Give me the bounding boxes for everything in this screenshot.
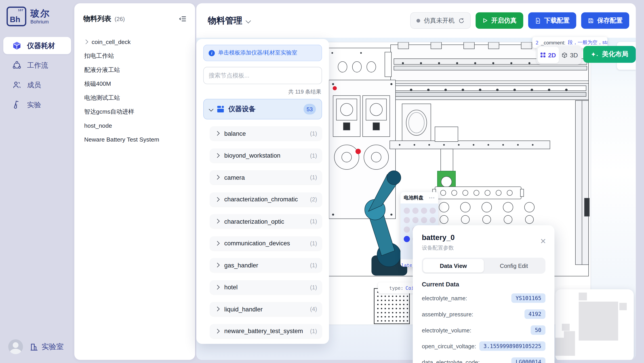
grid-2d-icon <box>541 52 546 57</box>
user-avatar[interactable] <box>8 339 23 354</box>
chevron-right-icon <box>215 263 220 268</box>
sidebar: 107 Bh 玻尔 Bohrium 仪器耗材 <box>0 0 74 363</box>
chevron-down-icon <box>209 107 214 112</box>
tray-slot[interactable] <box>404 217 410 223</box>
template-panel: i 单击模板添加仪器/耗材至实验室 共 119 条结果 仪器设备 53 bala… <box>196 39 329 344</box>
chevron-right-icon <box>215 197 220 202</box>
toggle-3d[interactable]: 3D <box>559 47 580 63</box>
tray-slot-selected[interactable] <box>404 236 410 242</box>
value-chip: 3.1559998989105225 <box>479 341 546 351</box>
tray-slot[interactable] <box>430 217 436 223</box>
cube-icon <box>12 41 21 50</box>
tab-data-view[interactable]: Data View <box>423 259 484 273</box>
download-config-button[interactable]: 下载配置 <box>528 12 576 29</box>
tray-slot[interactable] <box>412 217 418 223</box>
battery-config-popup: battery_0 设备配置参数 ✕ Data View Config Edit… <box>413 225 554 363</box>
list-item[interactable]: 智达gcms自动进样 <box>74 105 195 119</box>
value-chip: LG000014 <box>512 358 546 363</box>
value-chip: 50 <box>531 326 546 335</box>
data-row: electrolyte_name:YS101165 <box>422 290 546 306</box>
template-item[interactable]: balance(1) <box>210 126 322 140</box>
tray-slot[interactable] <box>430 208 436 214</box>
popup-title: battery_0 <box>422 234 546 242</box>
list-item[interactable]: 配液分液工站 <box>74 63 195 77</box>
list-item[interactable]: 扣电工作站 <box>74 49 195 63</box>
popup-subtitle: 设备配置参数 <box>422 244 546 252</box>
app-root: 107 Bh 玻尔 Bohrium 仪器耗材 <box>0 0 644 363</box>
template-item[interactable]: liquid_handler(4) <box>210 302 322 316</box>
simulation-status: 仿真未开机 <box>410 12 470 29</box>
status-dot <box>416 19 420 22</box>
category-count-badge: 53 <box>304 104 316 114</box>
template-search-input[interactable] <box>203 67 322 84</box>
sidebar-item-members[interactable]: 成员 <box>3 76 71 93</box>
play-icon <box>482 18 488 23</box>
materials-count: (26) <box>115 15 179 22</box>
collapse-list-icon[interactable] <box>179 14 187 23</box>
materials-list: coin_cell_deck 扣电工作站 配液分液工站 核磁400M 电池测试工… <box>74 35 195 146</box>
sidebar-nav: 仪器耗材 工作流 成员 实验 <box>3 37 71 113</box>
brand-name-en: Bohrium <box>30 19 50 24</box>
tray-slot[interactable] <box>421 217 427 223</box>
bohrium-logo-icon: 107 Bh <box>6 6 26 26</box>
view-mode-toggle: 2D 3D <box>536 45 582 64</box>
chevron-right-icon <box>215 307 220 312</box>
chevron-right-icon <box>215 241 220 246</box>
save-config-button[interactable]: 保存配置 <box>581 12 629 29</box>
download-file-icon <box>535 17 541 24</box>
tray-slot[interactable] <box>421 208 427 214</box>
start-simulation-button[interactable]: 开启仿真 <box>476 12 523 29</box>
data-rows: electrolyte_name:YS101165 assembly_press… <box>422 290 546 363</box>
info-icon: i <box>209 50 215 56</box>
chevron-right-icon <box>215 131 220 136</box>
chevron-right-icon <box>215 219 220 223</box>
lab-switcher[interactable]: 实验室 <box>30 342 64 352</box>
value-chip: 4192 <box>524 310 546 319</box>
chevron-right-icon <box>215 153 220 158</box>
workspace-header: 物料管理 仿真未开机 开启仿真 <box>196 3 636 38</box>
lab-label: 实验室 <box>42 342 64 352</box>
data-row: open_circuit_voltage:3.1559998989105225 <box>422 338 546 354</box>
status-label: 仿真未开机 <box>424 16 455 24</box>
materials-title: 物料列表 <box>83 14 111 23</box>
list-item[interactable]: 核磁400M <box>74 77 195 91</box>
beautify-layout-button[interactable]: ✦˖ 美化布局 <box>583 46 636 63</box>
template-item[interactable]: neware_battery_test_system(1) <box>210 324 322 338</box>
tray-slot[interactable] <box>412 208 418 214</box>
sidebar-item-instruments[interactable]: 仪器耗材 <box>3 37 71 54</box>
template-item[interactable]: hotel(1) <box>210 280 322 294</box>
close-icon[interactable]: ✕ <box>540 237 546 246</box>
list-item[interactable]: coin_cell_deck <box>74 35 195 49</box>
category-instruments[interactable]: 仪器设备 53 <box>203 99 322 119</box>
sidebar-item-experiments[interactable]: 实验 <box>3 96 71 113</box>
sidebar-item-label: 成员 <box>27 80 41 89</box>
template-item[interactable]: communication_devices(1) <box>210 236 322 250</box>
template-item[interactable]: bioyond_workstation(1) <box>210 148 322 162</box>
template-item[interactable]: characterization_chromatic(2) <box>210 192 322 206</box>
tray-slot[interactable] <box>404 227 410 233</box>
page-title-dropdown[interactable]: 物料管理 <box>208 15 250 26</box>
chevron-right-icon <box>215 285 220 289</box>
logo-symbol: Bh <box>10 15 20 24</box>
save-icon <box>588 17 594 24</box>
brand-name-zh: 玻尔 <box>30 9 50 18</box>
template-item[interactable]: gas_handler(1) <box>210 258 322 272</box>
sidebar-item-workflow[interactable]: 工作流 <box>3 57 71 74</box>
template-item[interactable]: characterization_optic(1) <box>210 214 322 228</box>
tray-slot[interactable] <box>404 208 410 214</box>
section-heading: Current Data <box>422 281 546 288</box>
members-icon <box>12 80 21 89</box>
minimap[interactable] <box>555 289 634 360</box>
more-menu-icon[interactable]: ••• <box>429 195 435 200</box>
template-hint-banner: i 单击模板添加仪器/耗材至实验室 <box>203 45 322 61</box>
tray-title: 电池料盘 <box>404 194 429 201</box>
tab-config-edit[interactable]: Config Edit <box>484 259 544 273</box>
refresh-icon[interactable] <box>458 17 464 24</box>
chevron-right-icon <box>215 175 220 180</box>
list-item[interactable]: 电池测试工站 <box>74 91 195 104</box>
toggle-2d[interactable]: 2D <box>538 47 559 63</box>
list-item[interactable]: host_node <box>74 119 195 132</box>
template-item[interactable]: camera(1) <box>210 170 322 184</box>
list-item[interactable]: Neware Battery Test System <box>74 133 195 146</box>
cube-outline-icon <box>561 52 568 58</box>
